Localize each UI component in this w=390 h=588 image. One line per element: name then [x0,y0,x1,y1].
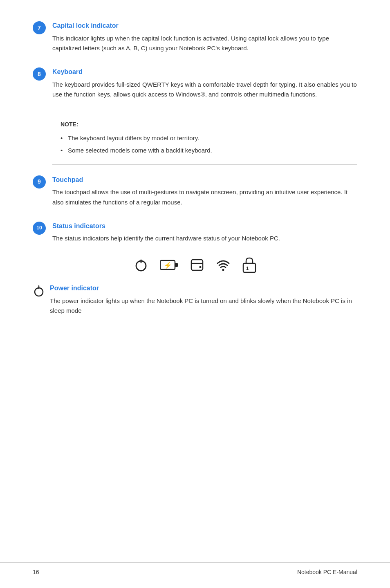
svg-point-11 [35,288,43,296]
note-list: The keyboard layout differs by model or … [61,133,349,155]
footer: 16 Notebook PC E-Manual [0,562,390,577]
section-9-content: Touchpad The touchpad allows the use of … [52,175,357,208]
drive-indicator-icon [190,257,204,273]
badge-10: 10 [33,222,46,235]
note-item-2: Some selected models come with a backlit… [61,146,349,155]
section-7-body: This indicator lights up when the capita… [52,34,357,54]
battery-charging-icon: ⚡ [160,259,179,271]
page: 7 Capital lock indicator This indicator … [0,0,390,588]
badge-7: 7 [33,21,46,34]
section-7-title: Capital lock indicator [52,20,357,31]
section-9-title: Touchpad [52,175,357,185]
svg-rect-5 [191,260,203,270]
section-9-body: The touchpad allows the use of multi-ges… [52,187,357,208]
section-8: 8 Keyboard The keyboard provides full-si… [33,67,357,100]
svg-point-8 [222,269,224,271]
power-indicator-section: Power indicator The power indicator ligh… [33,283,357,316]
section-10-title: Status indicators [52,221,357,231]
section-8-title: Keyboard [52,67,357,77]
power-indicator-content: Power indicator The power indicator ligh… [50,283,357,316]
section-8-content: Keyboard The keyboard provides full-size… [52,67,357,100]
section-7-content: Capital lock indicator This indicator li… [52,20,357,54]
power-indicator-title: Power indicator [50,283,357,294]
footer-manual-title: Notebook PC E-Manual [297,568,357,577]
svg-rect-3 [175,263,178,267]
badge-8: 8 [33,67,46,81]
power-indicator-body: The power indicator lights up when the N… [50,296,357,316]
note-box: NOTE: The keyboard layout differs by mod… [52,113,357,164]
power-sub-icon [33,284,45,303]
svg-text:⚡: ⚡ [164,261,172,269]
num-lock-icon: 1 [242,257,256,273]
note-label: NOTE: [61,120,349,129]
section-7: 7 Capital lock indicator This indicator … [33,20,357,54]
power-indicator-icon [134,257,148,273]
wifi-indicator-icon [215,258,231,272]
badge-9: 9 [33,175,46,189]
section-10-content: Status indicators The status indicators … [52,221,357,244]
svg-text:1: 1 [246,266,249,271]
footer-page-number: 16 [33,568,39,577]
status-icons-row: ⚡ 1 [33,257,357,273]
svg-rect-9 [243,263,256,272]
section-10: 10 Status indicators The status indicato… [33,221,357,244]
section-9: 9 Touchpad The touchpad allows the use o… [33,175,357,208]
svg-point-7 [199,266,202,268]
section-10-body: The status indicators help identify the … [52,233,357,244]
section-8-body: The keyboard provides full-sized QWERTY … [52,80,357,100]
note-item-1: The keyboard layout differs by model or … [61,133,349,143]
